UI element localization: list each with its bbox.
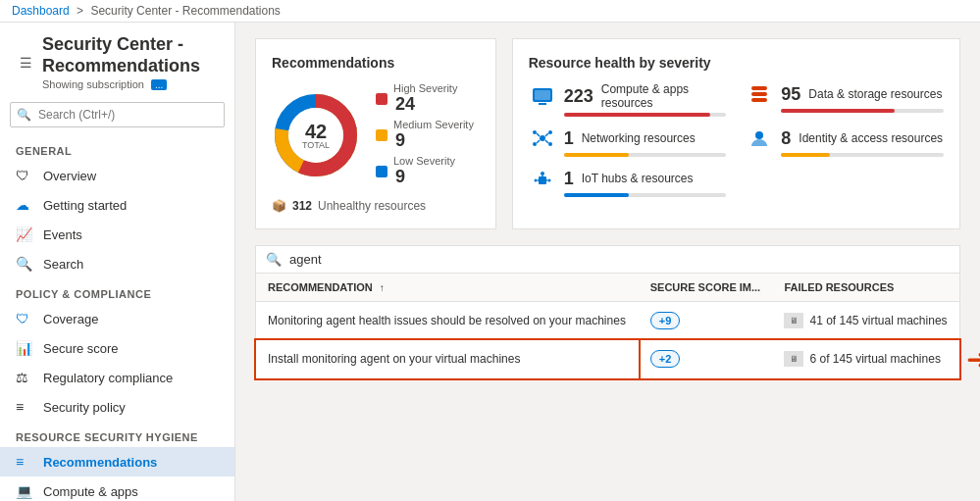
unhealthy-label: Unhealthy resources xyxy=(318,199,426,213)
sidebar-item-security-policy[interactable]: ≡ Security policy xyxy=(0,392,234,422)
high-count: 24 xyxy=(395,94,457,115)
svg-rect-6 xyxy=(535,90,550,100)
compliance-icon: ⚖ xyxy=(16,370,35,385)
resource-networking: 1 Networking resources xyxy=(529,126,727,157)
breadcrumb-home[interactable]: Dashboard xyxy=(12,4,70,18)
medium-dot xyxy=(376,129,387,141)
failed-cell: 🖥 41 of 145 virtual machines xyxy=(772,302,959,340)
networking-name: Networking resources xyxy=(582,131,696,145)
sidebar-item-recommendations[interactable]: ≡ Recommendations xyxy=(0,447,234,476)
score-cell: +9 xyxy=(639,302,773,340)
compute-count: 223 xyxy=(564,86,593,107)
donut-center: 42 TOTAL xyxy=(302,121,330,149)
data-name: Data & storage resources xyxy=(808,87,942,101)
sidebar-search: 🔍 xyxy=(10,102,225,127)
vm-icon: 🖥 xyxy=(784,313,803,328)
recommendation-cell-highlighted: Install monitoring agent on your virtual… xyxy=(256,340,639,378)
medium-count: 9 xyxy=(395,130,474,151)
table-row-highlighted[interactable]: Install monitoring agent on your virtual… xyxy=(256,340,959,378)
svg-point-24 xyxy=(534,179,537,182)
sidebar-item-search[interactable]: 🔍 Search xyxy=(0,249,234,278)
svg-rect-9 xyxy=(751,92,767,96)
sidebar-item-coverage[interactable]: 🛡 Coverage xyxy=(0,304,234,333)
compute-icon: 💻 xyxy=(16,483,35,499)
identity-bar xyxy=(781,153,830,157)
compute-bar xyxy=(564,113,710,117)
score-badge: +9 xyxy=(650,312,681,329)
data-res-icon xyxy=(746,82,773,106)
networking-res-icon xyxy=(529,126,556,150)
severity-list: High Severity 24 Medium Severity 9 xyxy=(376,82,474,187)
low-label: Low Severity xyxy=(393,155,455,167)
search-icon: 🔍 xyxy=(17,108,31,122)
sidebar-item-overview[interactable]: 🛡 Overview xyxy=(0,161,234,190)
top-cards-row: Recommendations xyxy=(255,38,960,229)
score-icon: 📊 xyxy=(16,340,35,356)
filter-input[interactable] xyxy=(289,252,950,267)
sidebar-item-label: Getting started xyxy=(43,198,127,213)
unhealthy-icon: 📦 xyxy=(272,199,286,213)
overview-icon: 🛡 xyxy=(16,168,35,183)
sidebar-item-label: Compute & apps xyxy=(43,484,138,499)
sidebar-item-events[interactable]: 📈 Events xyxy=(0,220,234,249)
policy-icon: ≡ xyxy=(16,399,35,415)
severity-medium: Medium Severity 9 xyxy=(376,119,474,151)
sidebar-item-label: Secure score xyxy=(43,341,119,356)
recommendations-table: RECOMMENDATION ↑ SECURE SCORE IM... FAIL… xyxy=(255,274,960,379)
networking-bar xyxy=(564,153,629,157)
high-label: High Severity xyxy=(393,82,457,94)
breadcrumb-current: Security Center - Recommendations xyxy=(90,4,280,18)
breadcrumb: Dashboard > Security Center - Recommenda… xyxy=(0,0,980,23)
iot-count: 1 xyxy=(564,169,574,189)
low-dot xyxy=(376,166,387,177)
svg-point-22 xyxy=(541,172,544,175)
vm-cell: 🖥 41 of 145 virtual machines xyxy=(784,313,948,328)
resource-compute-top: 223 Compute & apps resources xyxy=(529,82,727,110)
search-input[interactable] xyxy=(10,102,225,127)
section-label-general: GENERAL xyxy=(0,135,234,161)
table: RECOMMENDATION ↑ SECURE SCORE IM... FAIL… xyxy=(256,274,959,378)
compute-bar-bg xyxy=(564,113,727,117)
sidebar-item-getting-started[interactable]: ☁ Getting started xyxy=(0,190,234,220)
iot-res-icon xyxy=(529,167,556,190)
score-badge-2: +2 xyxy=(650,350,681,368)
sidebar-item-label: Search xyxy=(43,257,83,272)
search-nav-icon: 🔍 xyxy=(16,256,35,272)
col-recommendation: RECOMMENDATION ↑ xyxy=(256,274,639,302)
col-score: SECURE SCORE IM... xyxy=(639,274,773,302)
resource-identity-top: 8 Identity & access resources xyxy=(746,126,944,150)
data-bar xyxy=(781,109,895,113)
table-header-row: RECOMMENDATION ↑ SECURE SCORE IM... FAIL… xyxy=(256,274,959,302)
sidebar-item-compute-apps[interactable]: 💻 Compute & apps xyxy=(0,476,234,501)
svg-point-15 xyxy=(548,142,552,146)
compute-name: Compute & apps resources xyxy=(601,82,727,110)
events-icon: 📈 xyxy=(16,226,35,242)
recommendations-card: Recommendations xyxy=(255,38,496,229)
donut-chart: 42 TOTAL xyxy=(272,91,360,179)
sidebar-item-regulatory-compliance[interactable]: ⚖ Regulatory compliance xyxy=(0,363,234,392)
resource-identity: 8 Identity & access resources xyxy=(746,126,944,157)
vm-cell-2: 🖥 6 of 145 virtual machines xyxy=(784,351,948,367)
cloud-icon: ☁ xyxy=(16,197,35,213)
medium-label: Medium Severity xyxy=(393,119,474,130)
sidebar-item-label: Regulatory compliance xyxy=(43,371,173,385)
page-title: Security Center - Recommendations xyxy=(42,34,219,76)
resource-data: 95 Data & storage resources xyxy=(746,82,944,117)
svg-line-18 xyxy=(537,140,540,143)
iot-name: IoT hubs & resources xyxy=(582,172,694,185)
data-count: 95 xyxy=(781,84,800,105)
vm-icon-2: 🖥 xyxy=(784,351,803,367)
collapse-button[interactable]: ☰ xyxy=(16,51,36,75)
sidebar-item-secure-score[interactable]: 📊 Secure score xyxy=(0,333,234,363)
svg-rect-21 xyxy=(539,176,546,184)
sidebar-item-label: Recommendations xyxy=(43,455,157,470)
table-row[interactable]: Monitoring agent health issues should be… xyxy=(256,302,959,340)
iot-bar-bg xyxy=(564,193,727,197)
compute-res-icon xyxy=(529,84,556,108)
svg-point-26 xyxy=(547,179,550,182)
page-subtitle: Showing subscription ... xyxy=(42,78,219,90)
unhealthy-row: 📦 312 Unhealthy resources xyxy=(272,199,480,213)
data-bar-bg xyxy=(781,109,944,113)
svg-line-16 xyxy=(537,133,540,136)
health-card-title: Resource health by severity xyxy=(529,55,944,71)
